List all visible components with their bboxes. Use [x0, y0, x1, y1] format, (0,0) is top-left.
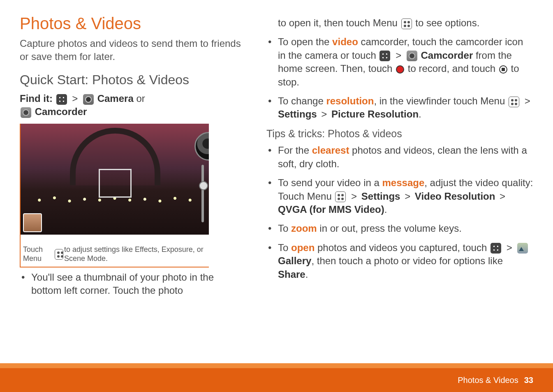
- video-keyword: video: [332, 36, 358, 47]
- camcorder-icon: [21, 107, 31, 118]
- intro-text: Capture photos and videos to send them t…: [20, 37, 242, 64]
- text-fragment: , in the viewfinder touch Menu: [374, 95, 508, 106]
- menu-icon: [335, 191, 346, 202]
- text-fragment: To change: [278, 95, 326, 106]
- camera-app-label: Camera: [97, 93, 134, 104]
- clearest-keyword: clearest: [312, 145, 349, 156]
- text-fragment: to open it, then touch Menu: [278, 17, 400, 28]
- page-title: Photos & Videos: [20, 12, 242, 35]
- gallery-icon: [517, 243, 528, 254]
- apps-icon: [56, 94, 67, 105]
- breadcrumb-separator: >: [396, 50, 401, 61]
- footer-accent-bar: [0, 363, 553, 368]
- video-resolution-label: Video Resolution: [415, 191, 495, 202]
- text-fragment: photos and videos you captured, touch: [315, 242, 490, 253]
- quickstart-heading: Quick Start: Photos & Videos: [20, 71, 242, 89]
- footer-section-label: Photos & Videos: [458, 375, 518, 386]
- left-bullet-list: You'll see a thumbnail of your photo in …: [20, 271, 242, 297]
- stop-icon: [499, 65, 507, 74]
- tips-bullet-list: For the clearest photos and videos, clea…: [266, 144, 533, 281]
- left-column: Photos & Videos Capture photos and video…: [20, 12, 242, 303]
- text-fragment: to see options.: [415, 17, 479, 28]
- period: .: [384, 204, 387, 215]
- breadcrumb-separator: >: [351, 191, 357, 202]
- share-label: Share: [278, 269, 305, 280]
- qvga-label: QVGA (for MMS Video): [278, 204, 384, 215]
- breadcrumb-separator: >: [405, 191, 410, 202]
- viewfinder-caption: Touch Menu to adjust settings like Effec…: [21, 242, 209, 267]
- list-item: For the clearest photos and videos, clea…: [266, 144, 533, 171]
- tips-heading: Tips & tricks: Photos & videos: [266, 127, 533, 141]
- period: .: [305, 269, 308, 280]
- focus-rectangle: [99, 169, 132, 198]
- list-item: To zoom in or out, press the volume keys…: [266, 222, 533, 235]
- zoom-keyword: zoom: [291, 223, 317, 234]
- open-keyword: open: [291, 242, 315, 253]
- record-icon: [396, 65, 404, 74]
- breadcrumb-separator: >: [72, 93, 78, 104]
- find-it-or: or: [136, 93, 145, 104]
- camera-icon: [83, 94, 94, 105]
- text-fragment: To send your video in a: [278, 177, 382, 188]
- viewfinder-preview: [21, 124, 209, 235]
- gallery-label: Gallery: [278, 255, 311, 266]
- camcorder-icon: [407, 51, 417, 61]
- text-fragment: For the: [278, 145, 312, 156]
- viewfinder-caption-suffix: to adjust settings like Effects, Exposur…: [64, 245, 206, 263]
- text-fragment: , then touch a photo or video for option…: [311, 255, 503, 266]
- find-it-label: Find it:: [20, 93, 53, 104]
- list-item: To send your video in a message, adjust …: [266, 176, 533, 216]
- text-fragment: to record, and touch: [408, 63, 498, 74]
- shutter-button[interactable]: [194, 132, 209, 161]
- zoom-slider[interactable]: [201, 165, 204, 222]
- list-item: To open the video camcorder, touch the c…: [266, 35, 533, 89]
- list-item: To open photos and videos you captured, …: [266, 241, 533, 281]
- breadcrumb-separator: >: [500, 191, 505, 202]
- settings-label: Settings: [361, 191, 400, 202]
- breadcrumb-separator: >: [507, 242, 512, 253]
- camcorder-app-label: Camcorder: [421, 50, 473, 61]
- thumbnail-preview[interactable]: [23, 213, 42, 232]
- thumbnail-bullet-text: You'll see a thumbnail of your photo in …: [31, 272, 214, 296]
- page-number: 33: [524, 375, 533, 386]
- menu-icon: [509, 97, 519, 107]
- viewfinder-caption-prefix: Touch Menu: [23, 245, 54, 263]
- page-body: Photos & Videos Capture photos and video…: [0, 0, 553, 303]
- apps-icon: [379, 51, 390, 61]
- list-item: To change resolution, in the viewfinder …: [266, 95, 533, 121]
- viewfinder-figure: Touch Menu to adjust settings like Effec…: [20, 124, 209, 267]
- open-options-continuation: to open it, then touch Menu to see optio…: [266, 16, 533, 30]
- right-column: to open it, then touch Menu to see optio…: [266, 12, 533, 303]
- footer-main-bar: Photos & Videos 33: [0, 368, 553, 392]
- right-bullet-list-1: To open the video camcorder, touch the c…: [266, 35, 533, 121]
- breadcrumb-separator: >: [525, 95, 530, 106]
- resolution-keyword: resolution: [326, 95, 374, 106]
- menu-icon: [401, 18, 412, 29]
- text-fragment: To: [278, 223, 291, 234]
- text-fragment: in or out, press the volume keys.: [317, 223, 462, 234]
- menu-icon: [55, 249, 63, 260]
- camcorder-app-label: Camcorder: [35, 106, 87, 117]
- picture-resolution-label: Picture Resolution: [331, 108, 419, 120]
- apps-icon: [491, 243, 501, 254]
- breadcrumb-separator: >: [321, 108, 327, 120]
- period: .: [419, 108, 421, 120]
- text-fragment: To: [278, 242, 291, 253]
- message-keyword: message: [382, 177, 425, 188]
- text-fragment: To open the: [278, 36, 332, 47]
- settings-label: Settings: [278, 108, 317, 120]
- page-footer: Photos & Videos 33: [0, 363, 553, 392]
- list-item: You'll see a thumbnail of your photo in …: [20, 271, 242, 297]
- find-it-line: Find it: > Camera or Camcorder: [20, 92, 242, 119]
